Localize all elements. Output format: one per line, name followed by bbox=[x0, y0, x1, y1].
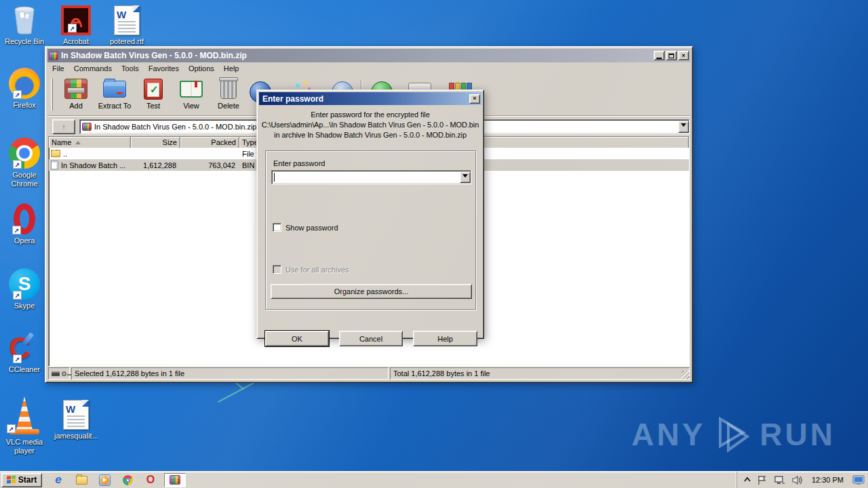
volume-icon[interactable] bbox=[791, 475, 803, 485]
vlc-icon: ➚ bbox=[3, 396, 46, 436]
disk-icon bbox=[52, 371, 60, 376]
toolbar-grip[interactable] bbox=[51, 79, 53, 110]
toolbar-extract-button[interactable]: Extract To bbox=[96, 76, 134, 115]
menu-file[interactable]: File bbox=[47, 63, 69, 74]
dialog-close-icon[interactable]: × bbox=[469, 94, 480, 104]
acrobat-icon: ➚ bbox=[54, 4, 98, 35]
shortcut-arrow-icon: ➚ bbox=[7, 424, 16, 433]
ok-button[interactable]: OK bbox=[265, 331, 329, 346]
shortcut-arrow-icon: ➚ bbox=[13, 160, 22, 169]
folder-icon bbox=[51, 150, 60, 157]
desktop-icon-opera[interactable]: ➚ Opera bbox=[3, 203, 46, 245]
prompt-line1: Enter password for the encrypted file bbox=[259, 110, 481, 120]
cancel-button[interactable]: Cancel bbox=[339, 331, 403, 346]
dialog-title: Enter password bbox=[262, 94, 469, 104]
toolbar-button-label: Test bbox=[146, 102, 160, 110]
toolbar-view-button[interactable]: View bbox=[172, 76, 210, 115]
test-clipboard-icon bbox=[144, 76, 163, 102]
desktop-icon-firefox[interactable]: ➚ Firefox bbox=[3, 68, 46, 110]
menu-favorites[interactable]: Favorites bbox=[144, 63, 184, 74]
use-for-all-row: Use for all archives bbox=[273, 265, 349, 274]
desktop-icon-vlc[interactable]: ➚ VLC media player bbox=[3, 396, 46, 455]
toolbar-button-label: View bbox=[183, 102, 199, 110]
desktop-icon-jamesqualit[interactable]: W jamesqualit... bbox=[54, 399, 98, 441]
desktop-icon-skype[interactable]: S ➚ Skype bbox=[3, 268, 46, 310]
menu-help[interactable]: Help bbox=[219, 63, 244, 74]
anyrun-watermark: ANY RUN bbox=[631, 415, 835, 454]
desktop-icon-potered-rtf[interactable]: W potered.rtf bbox=[105, 4, 149, 46]
desktop-icon-label: Skype bbox=[3, 302, 46, 310]
password-dropdown-button[interactable] bbox=[460, 171, 471, 183]
taskbar-winrar-button[interactable] bbox=[164, 473, 186, 487]
up-one-level-button[interactable]: ↑ bbox=[52, 119, 75, 134]
tray-expand-icon[interactable] bbox=[744, 476, 751, 483]
use-for-all-label: Use for all archives bbox=[285, 266, 349, 274]
wallpaper-streak bbox=[218, 382, 254, 403]
password-input[interactable] bbox=[271, 170, 471, 184]
menu-commands[interactable]: Commands bbox=[69, 63, 117, 74]
clock[interactable]: 12:30 PM bbox=[809, 476, 846, 484]
taskbar-chrome-icon[interactable] bbox=[121, 473, 134, 487]
desktop-icon-label: potered.rtf bbox=[105, 37, 149, 46]
action-center-flag-icon[interactable] bbox=[757, 475, 768, 485]
opera-icon: ➚ bbox=[3, 203, 46, 235]
dialog-prompt: Enter password for the encrypted file C:… bbox=[259, 110, 481, 140]
add-archive-icon bbox=[64, 76, 87, 102]
dialog-titlebar[interactable]: Enter password × bbox=[259, 92, 481, 105]
status-total: Total 1,612,288 bytes in 1 file bbox=[390, 367, 690, 380]
minimize-button[interactable] bbox=[654, 51, 665, 60]
desktop-icon-google-chrome[interactable]: ➚ Google Chrome bbox=[3, 138, 46, 188]
key-icon bbox=[62, 371, 66, 376]
resize-grip[interactable] bbox=[682, 371, 690, 379]
close-button[interactable]: × bbox=[678, 51, 689, 60]
prompt-line3: in archive In Shadow Batch Virus Gen - 5… bbox=[259, 130, 481, 140]
taskbar-mediaplayer-icon[interactable] bbox=[98, 473, 111, 487]
windows-flag-icon bbox=[7, 476, 16, 485]
recycle-bin-icon bbox=[3, 4, 46, 35]
winrar-titlebar[interactable]: In Shadow Batch Virus Gen - 5.0.0 - MOD.… bbox=[47, 49, 690, 62]
organize-passwords-button[interactable]: Organize passwords... bbox=[271, 284, 472, 299]
anyrun-watermark-text-right: RUN bbox=[760, 416, 835, 453]
desktop: Recycle Bin ➚ Acrobat W potered.rtf ➚ Fi… bbox=[0, 0, 868, 488]
taskbar-ie-icon[interactable]: e bbox=[52, 473, 65, 487]
show-password-label: Show password bbox=[285, 224, 338, 232]
taskbar: Start e O 12:30 PM bbox=[0, 471, 868, 488]
toolbar-button-label: Add bbox=[69, 102, 83, 110]
taskbar-explorer-icon[interactable] bbox=[75, 473, 88, 487]
desktop-icon-ccleaner[interactable]: C ➚ CCleaner bbox=[3, 332, 46, 374]
desktop-icon-label: Acrobat bbox=[54, 37, 98, 46]
desktop-icon-acrobat[interactable]: ➚ Acrobat bbox=[54, 4, 98, 46]
show-password-row[interactable]: Show password bbox=[273, 223, 338, 232]
desktop-icon-label: VLC media player bbox=[3, 438, 46, 455]
desktop-icon-label: jamesqualit... bbox=[54, 432, 98, 441]
show-password-checkbox[interactable] bbox=[273, 223, 281, 232]
shortcut-arrow-icon: ➚ bbox=[13, 90, 22, 99]
maximize-button[interactable] bbox=[666, 51, 677, 60]
status-icons-cell bbox=[48, 367, 70, 380]
shortcut-arrow-icon: ➚ bbox=[68, 24, 77, 33]
shortcut-arrow-icon: ➚ bbox=[13, 354, 22, 363]
desktop-icon-recycle-bin[interactable]: Recycle Bin bbox=[3, 4, 46, 46]
column-header-name[interactable]: Name bbox=[49, 137, 131, 148]
start-button[interactable]: Start bbox=[1, 473, 42, 487]
column-header-packed[interactable]: Packed bbox=[180, 137, 239, 148]
column-header-size[interactable]: Size bbox=[131, 137, 180, 148]
prompt-line2: C:\Users\admin\Ap...\In Shadow Batch Vir… bbox=[259, 120, 481, 130]
toolbar-delete-button[interactable]: Delete bbox=[210, 76, 248, 115]
address-dropdown-button[interactable] bbox=[678, 121, 689, 133]
menu-tools[interactable]: Tools bbox=[117, 63, 144, 74]
help-button[interactable]: Help bbox=[413, 331, 477, 346]
desktop-icon-label: Google Chrome bbox=[3, 171, 46, 188]
text-caret bbox=[274, 173, 275, 182]
menu-options[interactable]: Options bbox=[184, 63, 219, 74]
toolbar-add-button[interactable]: Add bbox=[57, 76, 95, 115]
window-title: In Shadow Batch Virus Gen - 5.0.0 - MOD.… bbox=[61, 51, 654, 60]
use-for-all-checkbox bbox=[273, 265, 281, 274]
network-icon[interactable] bbox=[774, 475, 785, 485]
winrar-menubar: File Commands Tools Favorites Options He… bbox=[47, 62, 690, 75]
show-desktop-icon[interactable] bbox=[852, 475, 865, 485]
toolbar-test-button[interactable]: Test bbox=[134, 76, 172, 115]
taskbar-opera-icon[interactable]: O bbox=[144, 473, 157, 487]
start-label: Start bbox=[18, 475, 37, 485]
chrome-icon: ➚ bbox=[3, 138, 46, 169]
